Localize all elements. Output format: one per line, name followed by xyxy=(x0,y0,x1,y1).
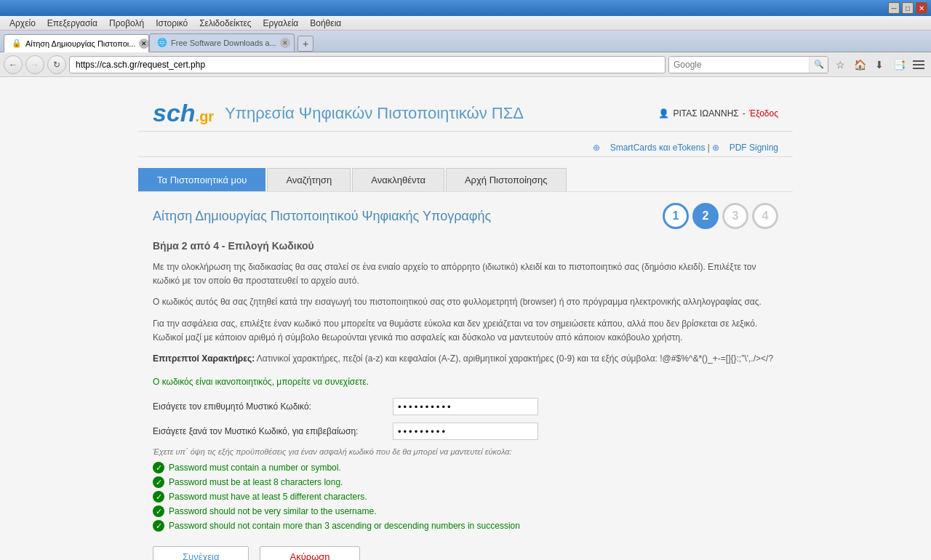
action-buttons: Συνέχεια Ακύρωση xyxy=(153,546,778,560)
tab-search[interactable]: Αναζήτηση xyxy=(267,168,351,191)
rule-5-icon: ✓ xyxy=(153,520,164,532)
page-title: Αίτηση Δημιουργίας Πιστοποιητικού Ψηφιακ… xyxy=(153,209,491,224)
rule-3: ✓ Password must have at least 5 differen… xyxy=(153,491,778,503)
minimize-button[interactable]: ─ xyxy=(888,2,900,14)
page-content: sch .gr Υπηρεσία Ψηφιακών Πιστοποιητικών… xyxy=(0,77,931,560)
search-container[interactable]: 🔍 xyxy=(668,56,828,73)
back-button[interactable]: ← xyxy=(4,55,23,74)
service-links: ⊕ SmartCards και eTokens | ⊕ PDF Signing xyxy=(138,139,793,157)
field2-label: Εισάγετε ξανά τον Μυστικό Κωδικό, για επ… xyxy=(153,426,393,436)
password-input[interactable] xyxy=(393,398,538,415)
rule-2: ✓ Password must be at least 8 characters… xyxy=(153,476,778,488)
search-input[interactable] xyxy=(669,57,809,73)
address-bar: ← → ↻ 🔍 ☆ 🏠 ⬇ 📑 xyxy=(0,52,931,77)
pdf-icon: ⊕ xyxy=(712,143,719,153)
site-title: Υπηρεσία Ψηφιακών Πιστοποιητικών ΠΣΔ xyxy=(225,104,524,123)
url-input[interactable] xyxy=(69,56,666,73)
logout-link[interactable]: Έξοδος xyxy=(749,108,778,119)
step-4: 4 xyxy=(752,203,778,229)
field1-label: Εισάγετε τον επιθυμητό Μυστικό Κωδικό: xyxy=(153,401,393,412)
user-area: 👤 ΡΙΤΑΣ ΙΩΑΝΝΗΣ - Έξοδος xyxy=(658,108,778,119)
logo: sch .gr xyxy=(153,99,214,127)
tab-my-certs[interactable]: Τα Πιστοποιητικά μου xyxy=(138,168,265,191)
description-1: Με την ολοκλήρωση της διαδικασίας θα σας… xyxy=(153,260,778,288)
tab-1-title: Αίτηση Δημιουργίας Πιστοποι... xyxy=(25,39,135,48)
rule-1: ✓ Password must contain a number or symb… xyxy=(153,462,778,473)
tab-2-favicon: 🌐 xyxy=(157,38,167,48)
tab-2[interactable]: 🌐 Free Software Downloads a... ✕ xyxy=(149,33,295,52)
new-tab-button[interactable]: + xyxy=(297,36,313,52)
step-1: 1 xyxy=(663,203,689,229)
smartcards-link[interactable]: SmartCards και eTokens xyxy=(610,143,706,153)
rule-1-text: Password must contain a number or symbol… xyxy=(169,463,341,473)
menu-history[interactable]: Ιστορικό xyxy=(150,17,193,30)
search-button[interactable]: 🔍 xyxy=(809,56,828,73)
logo-suffix: .gr xyxy=(196,108,215,125)
description-2: Ο κωδικός αυτός θα σας ζητηθεί κατά την … xyxy=(153,295,778,309)
bookmark-icon[interactable]: 📑 xyxy=(890,56,908,73)
home-icon[interactable]: 🏠 xyxy=(851,56,868,73)
rule-3-text: Password must have at least 5 different … xyxy=(169,492,367,502)
logo-area: sch .gr Υπηρεσία Ψηφιακών Πιστοποιητικών… xyxy=(153,99,524,127)
hamburger-menu[interactable] xyxy=(910,56,927,73)
maximize-button[interactable]: □ xyxy=(902,2,914,14)
star-icon[interactable]: ☆ xyxy=(831,56,849,73)
tab-1[interactable]: 🔒 Αίτηση Δημιουργίας Πιστοποι... ✕ xyxy=(4,34,149,52)
step-2: 2 xyxy=(692,203,719,229)
tab-bar: 🔒 Αίτηση Δημιουργίας Πιστοποι... ✕ 🌐 Fre… xyxy=(0,31,931,52)
rule-5: ✓ Password should not contain more than … xyxy=(153,520,778,532)
menu-view[interactable]: Προβολή xyxy=(103,17,150,30)
menu-file[interactable]: Αρχείο xyxy=(4,17,41,30)
menu-bookmarks[interactable]: Σελιδοδείκτες xyxy=(193,17,257,30)
allowed-chars-label: Επιτρεπτοί Χαρακτήρες: xyxy=(153,353,255,364)
allowed-chars-value: Λατινικοί χαρακτήρες, πεζοί (a-z) και κε… xyxy=(257,353,773,364)
rules-intro: Έχετε υπ΄ όψη τις εξής προϋποθέσεις για … xyxy=(153,447,778,456)
tab-ca[interactable]: Αρχή Πιστοποίησης xyxy=(446,168,567,191)
rule-2-icon: ✓ xyxy=(153,476,164,488)
menu-edit[interactable]: Επεξεργασία xyxy=(41,17,103,30)
menu-bar: Αρχείο Επεξεργασία Προβολή Ιστορικό Σελι… xyxy=(0,16,931,31)
forward-button[interactable]: → xyxy=(25,55,44,74)
description-3: Για την ασφάλεια σας, επιλέξτε έναν κωδι… xyxy=(153,317,778,345)
url-container[interactable] xyxy=(69,56,666,73)
rule-3-icon: ✓ xyxy=(153,491,164,503)
confirm-password-input[interactable] xyxy=(393,423,538,440)
smartcards-icon: ⊕ xyxy=(593,143,600,153)
main-content: Αίτηση Δημιουργίας Πιστοποιητικού Ψηφιακ… xyxy=(138,203,793,560)
nav-tabs: Τα Πιστοποιητικά μου Αναζήτηση Ανακληθέν… xyxy=(138,168,793,192)
allowed-chars: Επιτρεπτοί Χαρακτήρες: Λατινικοί χαρακτή… xyxy=(153,352,778,366)
close-button[interactable]: ✕ xyxy=(916,2,927,14)
separator2: | xyxy=(708,143,710,153)
user-name: ΡΙΤΑΣ ΙΩΑΝΝΗΣ xyxy=(673,108,738,119)
tab-revoked[interactable]: Ανακληθέντα xyxy=(352,168,444,191)
page-header: Αίτηση Δημιουργίας Πιστοποιητικού Ψηφιακ… xyxy=(153,203,778,229)
refresh-button[interactable]: ↻ xyxy=(47,55,66,74)
tab-2-close[interactable]: ✕ xyxy=(280,38,290,48)
rule-5-text: Password should not contain more than 3 … xyxy=(169,521,520,531)
window-titlebar: ─ □ ✕ xyxy=(0,0,931,16)
menu-tools[interactable]: Εργαλεία xyxy=(257,17,305,30)
continue-button[interactable]: Συνέχεια xyxy=(153,546,249,560)
form-row-2: Εισάγετε ξανά τον Μυστικό Κωδικό, για επ… xyxy=(153,423,778,440)
separator: - xyxy=(743,108,746,119)
success-message: Ο κωδικός είναι ικανοποιητικός, μπορείτε… xyxy=(153,377,778,387)
tab-2-title: Free Software Downloads a... xyxy=(171,39,276,47)
download-icon[interactable]: ⬇ xyxy=(871,56,888,73)
pdf-link[interactable]: PDF Signing xyxy=(730,143,778,153)
menu-help[interactable]: Βοήθεια xyxy=(304,17,347,30)
rule-4-icon: ✓ xyxy=(153,505,164,517)
logo-text: sch xyxy=(153,99,196,127)
toolbar-icons: ☆ 🏠 ⬇ 📑 xyxy=(831,56,927,73)
form-row-1: Εισάγετε τον επιθυμητό Μυστικό Κωδικό: xyxy=(153,398,778,415)
rules-list: ✓ Password must contain a number or symb… xyxy=(153,462,778,532)
rule-4: ✓ Password should not be very similar to… xyxy=(153,505,778,517)
rule-4-text: Password should not be very similar to t… xyxy=(169,506,376,516)
user-icon: 👤 xyxy=(658,108,669,119)
rule-2-text: Password must be at least 8 characters l… xyxy=(169,477,343,487)
cancel-button[interactable]: Ακύρωση xyxy=(260,546,359,560)
rule-1-icon: ✓ xyxy=(153,462,164,473)
page-inner: sch .gr Υπηρεσία Ψηφιακών Πιστοποιητικών… xyxy=(138,77,793,560)
steps: 1 2 3 4 xyxy=(663,203,778,229)
window-controls[interactable]: ─ □ ✕ xyxy=(888,2,927,14)
tab-1-close[interactable]: ✕ xyxy=(139,39,149,49)
